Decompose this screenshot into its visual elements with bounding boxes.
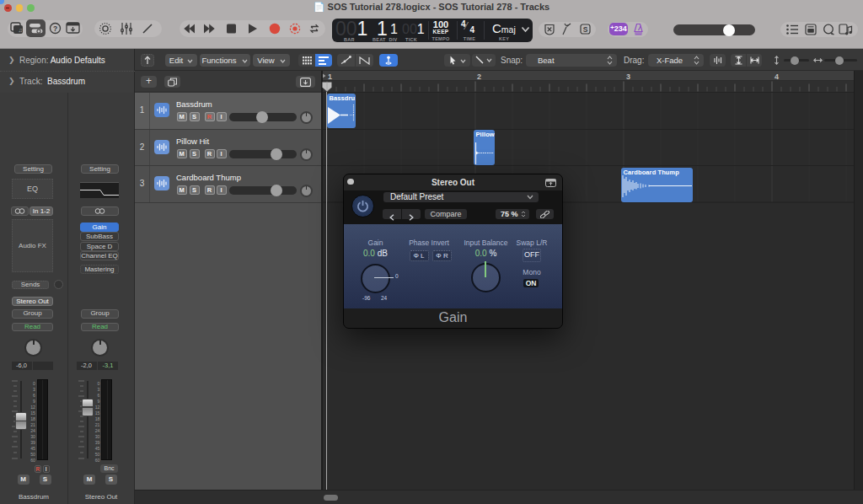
svg-text:3: 3 xyxy=(626,72,630,81)
svg-text:?: ? xyxy=(53,24,57,33)
svg-text:4: 4 xyxy=(775,72,779,81)
svg-text:2: 2 xyxy=(477,72,481,81)
svg-text:S: S xyxy=(583,25,588,34)
svg-text:1: 1 xyxy=(328,72,332,81)
svg-text:♫: ♫ xyxy=(19,27,23,33)
